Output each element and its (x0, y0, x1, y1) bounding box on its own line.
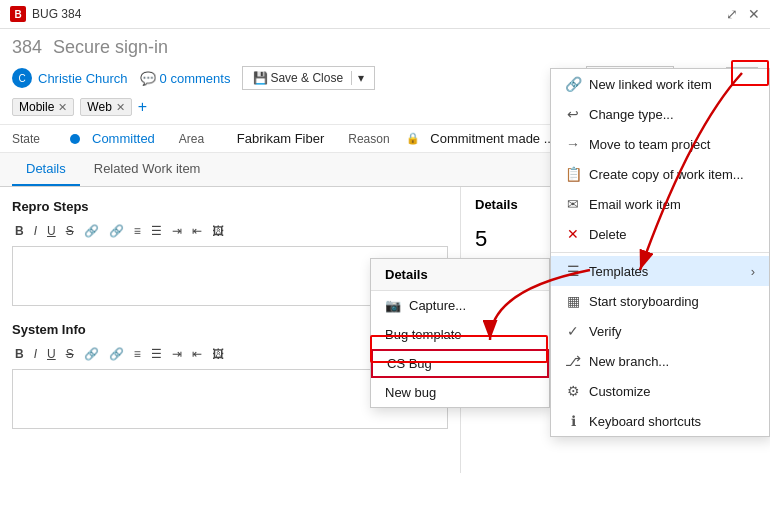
area-value: Fabrikam Fiber (237, 131, 324, 146)
tag-mobile-close[interactable]: ✕ (58, 101, 67, 114)
sys-link-button[interactable]: 🔗 (81, 345, 102, 363)
underline-button[interactable]: U (44, 222, 59, 240)
sys-image-button[interactable]: 🖼 (209, 345, 227, 363)
storyboard-icon: ▦ (565, 293, 581, 309)
menu-new-linked[interactable]: 🔗 New linked work item (551, 69, 769, 99)
submenu-new-bug[interactable]: New bug (371, 378, 549, 407)
title-bar-label: BUG 384 (32, 7, 81, 21)
strikethrough-button[interactable]: S (63, 222, 77, 240)
move-project-icon: → (565, 136, 581, 152)
work-item-name: Secure sign-in (53, 37, 168, 57)
tag-mobile-label: Mobile (19, 100, 54, 114)
new-linked-icon: 🔗 (565, 76, 581, 92)
menu-storyboard-label: Start storyboarding (589, 294, 699, 309)
sys-link2-button[interactable]: 🔗 (106, 345, 127, 363)
repro-steps-toolbar: B I U S 🔗 🔗 ≡ ☰ ⇥ ⇤ 🖼 (12, 222, 448, 240)
submenu-cs-bug-label: CS Bug (387, 356, 432, 371)
link-button[interactable]: 🔗 (81, 222, 102, 240)
tab-details[interactable]: Details (12, 153, 80, 186)
menu-keyboard[interactable]: ℹ Keyboard shortcuts (551, 406, 769, 436)
copy-item-icon: 📋 (565, 166, 581, 182)
menu-keyboard-label: Keyboard shortcuts (589, 414, 701, 429)
menu-copy-item-label: Create copy of work item... (589, 167, 744, 182)
sys-outdent-button[interactable]: ⇤ (189, 345, 205, 363)
area-label: Area (179, 132, 229, 146)
work-item-title: 384 Secure sign-in (12, 37, 758, 58)
expand-button[interactable]: ⤢ (726, 6, 738, 22)
sys-bold-button[interactable]: B (12, 345, 27, 363)
link2-button[interactable]: 🔗 (106, 222, 127, 240)
author-area: C Christie Church (12, 68, 128, 88)
templates-submenu: Details 📷 Capture... Bug template CS Bug… (370, 258, 550, 408)
menu-move-project[interactable]: → Move to team project (551, 129, 769, 159)
sys-indent-button[interactable]: ⇥ (169, 345, 185, 363)
comments-count: 0 comments (160, 71, 231, 86)
customize-icon: ⚙ (565, 383, 581, 399)
area-field: Area Fabrikam Fiber (179, 131, 324, 146)
state-field: State Committed (12, 131, 155, 146)
add-tag-button[interactable]: + (138, 98, 147, 116)
title-bar: B BUG 384 ⤢ ✕ (0, 0, 770, 29)
italic-button[interactable]: I (31, 222, 40, 240)
menu-change-type-label: Change type... (589, 107, 674, 122)
save-close-button[interactable]: 💾 Save & Close ▾ (242, 66, 375, 90)
menu-storyboard[interactable]: ▦ Start storyboarding (551, 286, 769, 316)
menu-verify[interactable]: ✓ Verify (551, 316, 769, 346)
save-dropdown-arrow[interactable]: ▾ (351, 71, 364, 85)
keyboard-icon: ℹ (565, 413, 581, 429)
change-type-icon: ↩ (565, 106, 581, 122)
title-bar-right: ⤢ ✕ (726, 6, 760, 22)
submenu-new-bug-label: New bug (385, 385, 436, 400)
sys-list-number-button[interactable]: ☰ (148, 345, 165, 363)
verify-icon: ✓ (565, 323, 581, 339)
menu-verify-label: Verify (589, 324, 622, 339)
menu-email[interactable]: ✉ Email work item (551, 189, 769, 219)
image-button[interactable]: 🖼 (209, 222, 227, 240)
menu-new-branch[interactable]: ⎇ New branch... (551, 346, 769, 376)
submenu-cs-bug[interactable]: CS Bug (371, 349, 549, 378)
email-icon: ✉ (565, 196, 581, 212)
outdent-button[interactable]: ⇤ (189, 222, 205, 240)
sys-italic-button[interactable]: I (31, 345, 40, 363)
indent-button[interactable]: ⇥ (169, 222, 185, 240)
sys-list-bullet-button[interactable]: ≡ (131, 345, 144, 363)
sys-strikethrough-button[interactable]: S (63, 345, 77, 363)
save-close-label: Save & Close (270, 71, 343, 85)
submenu-title: Details (371, 259, 549, 291)
menu-new-branch-label: New branch... (589, 354, 669, 369)
delete-icon: ✕ (565, 226, 581, 242)
reason-label: Reason (348, 132, 398, 146)
state-dot (70, 134, 80, 144)
tab-related-work[interactable]: Related Work item (80, 153, 215, 186)
comments-button[interactable]: 💬 0 comments (140, 71, 231, 86)
tag-web: Web ✕ (80, 98, 131, 116)
menu-customize-label: Customize (589, 384, 650, 399)
capture-icon: 📷 (385, 298, 401, 313)
menu-copy-item[interactable]: 📋 Create copy of work item... (551, 159, 769, 189)
menu-new-linked-label: New linked work item (589, 77, 712, 92)
branch-icon: ⎇ (565, 353, 581, 369)
comment-icon: 💬 (140, 71, 156, 86)
menu-templates[interactable]: ☰ Templates › (551, 256, 769, 286)
sys-underline-button[interactable]: U (44, 345, 59, 363)
bug-icon: B (10, 6, 26, 22)
list-number-button[interactable]: ☰ (148, 222, 165, 240)
avatar: C (12, 68, 32, 88)
menu-change-type[interactable]: ↩ Change type... (551, 99, 769, 129)
list-bullet-button[interactable]: ≡ (131, 222, 144, 240)
bold-button[interactable]: B (12, 222, 27, 240)
menu-customize[interactable]: ⚙ Customize (551, 376, 769, 406)
repro-steps-title: Repro Steps (12, 199, 448, 214)
tag-web-close[interactable]: ✕ (116, 101, 125, 114)
submenu-bug-template[interactable]: Bug template (371, 320, 549, 349)
state-value: Committed (92, 131, 155, 146)
templates-chevron: › (751, 264, 755, 279)
author-name: Christie Church (38, 71, 128, 86)
menu-delete[interactable]: ✕ Delete (551, 219, 769, 249)
title-bar-left: B BUG 384 (10, 6, 81, 22)
lock-icon: 🔒 (406, 132, 420, 145)
tag-mobile: Mobile ✕ (12, 98, 74, 116)
submenu-capture[interactable]: 📷 Capture... (371, 291, 549, 320)
close-button[interactable]: ✕ (748, 6, 760, 22)
menu-delete-label: Delete (589, 227, 627, 242)
